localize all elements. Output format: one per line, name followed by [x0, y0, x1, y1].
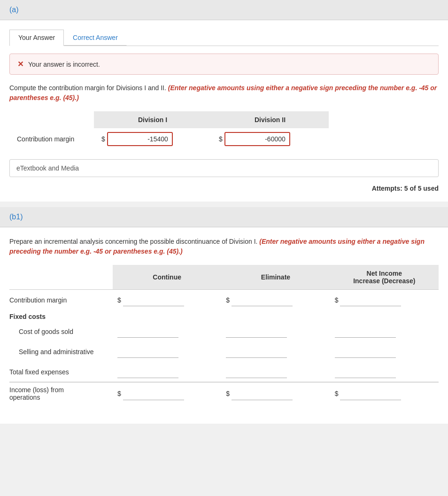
table-b: Continue Eliminate Net Income Increase (… [9, 265, 439, 405]
total-fixed-netincome-input[interactable] [335, 365, 396, 378]
selling-eliminate-input[interactable] [226, 345, 287, 358]
header-division-2: Division II [211, 111, 329, 128]
selling-netincome-input[interactable] [335, 345, 396, 358]
section-a-label: (a) [9, 6, 19, 14]
header-net-income: Net Income Increase (Decrease) [330, 265, 439, 290]
row-selling-admin: Selling and administrative [9, 341, 439, 362]
income-netincome-input[interactable] [340, 388, 401, 400]
income-loss-label: Income (loss) from operations [9, 382, 113, 405]
fixed-costs-label: Fixed costs [9, 310, 439, 321]
tab-your-answer[interactable]: Your Answer [9, 30, 64, 46]
section-b: (b1) Prepare an incremental analysis con… [0, 207, 448, 424]
division2-input[interactable] [224, 132, 290, 146]
error-box: ✕ Your answer is incorrect. [9, 54, 439, 75]
section-b-body: Prepare an incremental analysis concerni… [0, 227, 448, 424]
row-income-loss: Income (loss) from operations $ $ [9, 382, 439, 405]
tabs-container: Your Answer Correct Answer [9, 30, 439, 46]
dollar-sign-2: $ [219, 135, 223, 143]
attempts-text: Attempts: 5 of 5 used [9, 185, 439, 192]
income-continue-input[interactable] [123, 388, 184, 400]
tab-correct-answer[interactable]: Correct Answer [64, 30, 127, 46]
etextbook-link[interactable]: eTextbook and Media [9, 159, 439, 177]
error-message: Your answer is incorrect. [28, 61, 100, 68]
header-continue: Continue [113, 265, 221, 290]
cogs-eliminate-input[interactable] [226, 325, 287, 338]
row-contribution-margin: Contribution margin $ $ [9, 290, 439, 310]
cm-eliminate-input[interactable] [232, 294, 293, 306]
instruction-a: Compute the contribution margin for Divi… [9, 83, 439, 103]
cogs-netincome-input[interactable] [335, 325, 396, 338]
cm-continue-input[interactable] [123, 294, 184, 306]
header-eliminate: Eliminate [221, 265, 330, 290]
instruction-b: Prepare an incremental analysis concerni… [9, 237, 439, 256]
row-fixed-costs-header: Fixed costs [9, 310, 439, 321]
income-eliminate-input[interactable] [232, 388, 293, 400]
division1-input[interactable] [107, 132, 173, 146]
section-b-header: (b1) [0, 207, 448, 227]
row-cogs: Cost of goods sold [9, 321, 439, 341]
table-a: Division I Division II Contribution marg… [9, 111, 329, 150]
total-fixed-eliminate-input[interactable] [226, 365, 287, 378]
cm-label: Contribution margin [9, 290, 113, 310]
section-a-body: Your Answer Correct Answer ✕ Your answer… [0, 20, 448, 202]
total-fixed-continue-input[interactable] [117, 365, 178, 378]
cm-netincome-input[interactable] [340, 294, 401, 306]
header-division-1: Division I [94, 111, 211, 128]
section-b-label: (b1) [9, 213, 23, 221]
error-icon: ✕ [17, 60, 23, 69]
cogs-label: Cost of goods sold [9, 321, 113, 341]
section-a: (a) Your Answer Correct Answer ✕ Your an… [0, 0, 448, 202]
total-fixed-label: Total fixed expenses [9, 362, 113, 382]
dollar-sign-1: $ [101, 135, 105, 143]
contribution-margin-label: Contribution margin [9, 128, 94, 150]
selling-continue-input[interactable] [117, 345, 178, 358]
section-a-header: (a) [0, 0, 448, 20]
row-total-fixed: Total fixed expenses [9, 362, 439, 382]
selling-admin-label: Selling and administrative [9, 341, 113, 362]
cogs-continue-input[interactable] [117, 325, 178, 338]
